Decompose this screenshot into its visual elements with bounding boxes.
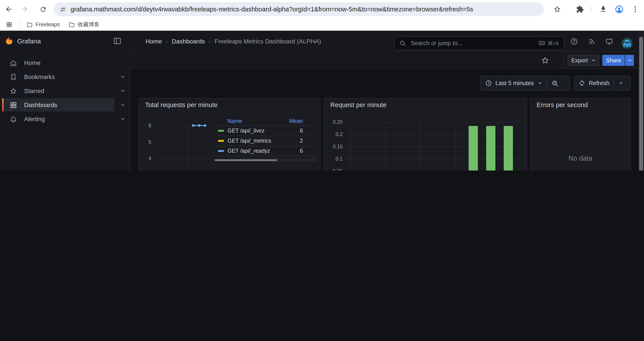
breadcrumb: Home › Dashboards › Freeleaps Metrics Da… xyxy=(146,38,321,45)
search-icon xyxy=(400,40,406,46)
bookmarks-bar: Freeleaps 收藏博客 xyxy=(0,19,644,31)
refresh-button[interactable]: Refresh xyxy=(574,76,614,90)
sidebar: Home Bookmarks Starred Dashboards xyxy=(0,52,131,171)
breadcrumb-home[interactable]: Home xyxy=(146,38,162,45)
refresh-group: Refresh xyxy=(574,76,630,90)
bookmark-folder-freeleaps[interactable]: Freeleaps xyxy=(24,20,62,29)
chevron-down-icon[interactable] xyxy=(118,98,128,112)
sidebar-item-home[interactable]: Home xyxy=(2,56,114,69)
user-avatar[interactable] xyxy=(622,38,632,49)
dock-menu-icon[interactable] xyxy=(113,37,122,45)
zoom-out-button[interactable] xyxy=(547,76,563,90)
legend-row[interactable]: GET /api/_metrics 2 xyxy=(214,136,318,146)
dashboard-canvas: Last 5 minutes Refresh Total reques xyxy=(131,69,644,171)
scrollbar-thumb[interactable] xyxy=(639,37,643,171)
series-swatch xyxy=(218,150,224,152)
breadcrumb-separator: › xyxy=(166,38,168,45)
gridline xyxy=(420,122,420,171)
sidebar-item-label: Alerting xyxy=(24,115,45,122)
search-box: ⌘+k xyxy=(394,36,564,50)
chevron-down-icon[interactable] xyxy=(118,112,128,126)
breadcrumb-dashboards[interactable]: Dashboards xyxy=(172,38,205,45)
gridline xyxy=(344,122,520,122)
legend-table: Name Mean GET /api/_livez 6 GET /api/_me… xyxy=(214,117,318,162)
sidebar-item-label: Home xyxy=(24,59,40,66)
browser-toolbar: grafana.mathmast.com/d/deytv4rwavabkb/fr… xyxy=(0,0,644,19)
star-icon xyxy=(10,87,17,95)
legend-col-name[interactable]: Name xyxy=(218,118,276,124)
bookmark-folder-blogs[interactable]: 收藏博客 xyxy=(67,20,101,29)
screen: grafana.mathmast.com/d/deytv4rwavabkb/fr… xyxy=(0,0,644,171)
breadcrumb-separator: › xyxy=(209,38,211,45)
grafana-brand[interactable]: Grafana xyxy=(17,37,41,45)
site-settings-icon[interactable] xyxy=(60,6,66,13)
favorite-star-icon[interactable] xyxy=(541,56,549,65)
bell-icon xyxy=(10,115,17,123)
grafana-logo-icon[interactable] xyxy=(4,37,14,46)
scrollbar-thumb[interactable] xyxy=(215,159,277,161)
y-tick: 0.2 xyxy=(327,131,342,137)
gridline xyxy=(350,122,350,171)
panel-errors-per-second: Errors per second No data xyxy=(530,98,631,171)
search-input[interactable] xyxy=(410,39,538,47)
bookmark-label: Freeleaps xyxy=(36,22,60,28)
sidebar-item-alerting[interactable]: Alerting xyxy=(2,112,114,126)
refresh-interval-dropdown[interactable] xyxy=(614,76,628,90)
bar-2xx[interactable] xyxy=(469,126,478,171)
browser-menu-icon[interactable] xyxy=(631,5,640,14)
sidebar-item-bookmarks[interactable]: Bookmarks xyxy=(2,70,114,83)
search-shortcut: ⌘+k xyxy=(538,40,559,47)
bookmark-star-icon[interactable] xyxy=(553,5,562,14)
sidebar-item-label: Dashboards xyxy=(24,101,57,108)
home-icon xyxy=(10,59,17,67)
bookmark-label: 收藏博客 xyxy=(78,21,100,28)
extensions-icon[interactable] xyxy=(576,5,584,14)
apps-grid-icon[interactable] xyxy=(6,21,13,28)
breadcrumb-current: Freeleaps Metrics Dashboard (ALPHA) xyxy=(214,38,321,45)
help-icon[interactable] xyxy=(570,37,578,45)
gridline xyxy=(455,122,456,171)
refresh-icon xyxy=(579,80,585,87)
time-range-group: Last 5 minutes xyxy=(480,76,570,90)
keyboard-icon xyxy=(538,40,545,47)
legend-divider xyxy=(214,156,318,156)
panel-title[interactable]: Errors per second xyxy=(536,101,588,108)
downloads-icon[interactable] xyxy=(599,5,608,14)
share-dropdown-button[interactable] xyxy=(625,55,634,66)
chevron-down-icon[interactable] xyxy=(118,84,128,97)
sidebar-item-starred[interactable]: Starred xyxy=(2,84,114,97)
back-icon[interactable] xyxy=(4,5,13,14)
y-tick: 0.05 xyxy=(327,168,342,171)
dashboard-toolbar: Export Share xyxy=(131,52,644,69)
time-range-picker[interactable]: Last 5 minutes xyxy=(481,76,547,90)
sidebar-item-label: Starred xyxy=(24,87,44,94)
panel-title[interactable]: Request per minute xyxy=(330,101,387,108)
gridline xyxy=(385,122,385,171)
share-button-group: Share xyxy=(602,55,634,66)
share-button[interactable]: Share xyxy=(602,55,625,66)
bookmarks-divider xyxy=(19,21,19,28)
url-text[interactable]: grafana.mathmast.com/d/deytv4rwavabkb/fr… xyxy=(70,6,473,13)
export-button[interactable]: Export xyxy=(568,55,599,66)
bar-2xx[interactable] xyxy=(504,126,513,171)
folder-icon xyxy=(26,21,33,28)
legend-row[interactable]: GET /api/_readyz 6 xyxy=(214,146,318,156)
chevron-down-icon xyxy=(538,81,542,86)
legend-col-mean[interactable]: Mean xyxy=(276,118,303,124)
reload-icon[interactable] xyxy=(38,5,47,14)
bookmark-icon xyxy=(10,73,17,81)
news-rss-icon[interactable] xyxy=(588,37,595,45)
legend-scrollbar[interactable] xyxy=(214,158,318,162)
chevron-down-icon[interactable] xyxy=(118,70,128,83)
page-scrollbar[interactable] xyxy=(638,31,644,171)
forward-icon[interactable] xyxy=(20,5,29,14)
profile-icon[interactable] xyxy=(615,5,624,14)
legend-row[interactable]: GET /api/_livez 6 xyxy=(214,126,318,136)
y-tick: 0.1 xyxy=(327,156,342,161)
series-swatch xyxy=(218,130,224,132)
bar-2xx[interactable] xyxy=(486,126,496,171)
sidebar-item-dashboards[interactable]: Dashboards xyxy=(2,98,114,112)
url-bar[interactable]: grafana.mathmast.com/d/deytv4rwavabkb/fr… xyxy=(54,2,544,16)
kiosk-monitor-icon[interactable] xyxy=(605,37,613,45)
panel-total-requests: Total requests per minute 6 5 4 3 2 17:4… xyxy=(138,98,320,171)
